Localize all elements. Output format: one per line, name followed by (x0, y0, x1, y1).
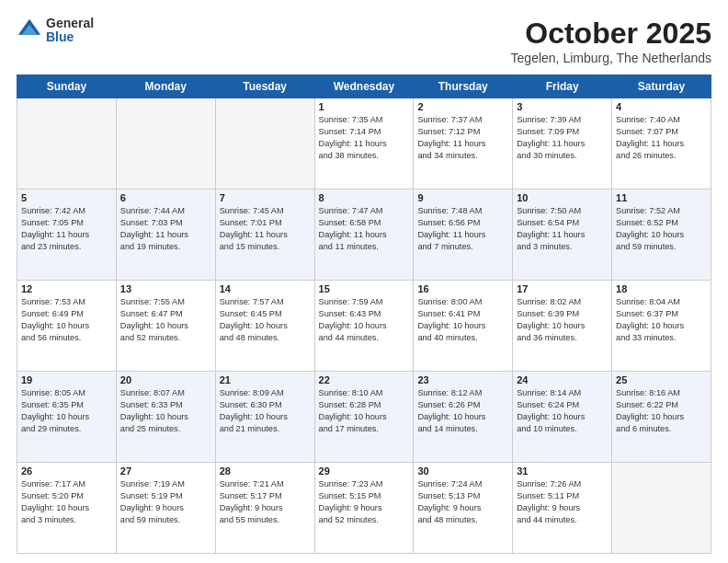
day-number: 11 (616, 192, 707, 203)
cell-w5-d5: 31Sunrise: 7:26 AMSunset: 5:11 PMDayligh… (513, 463, 612, 554)
day-number: 20 (120, 374, 211, 385)
day-number: 28 (220, 465, 311, 477)
day-info: Sunrise: 8:07 AMSunset: 6:33 PMDaylight:… (120, 387, 211, 435)
cell-w4-d6: 25Sunrise: 8:16 AMSunset: 6:22 PMDayligh… (612, 372, 711, 463)
day-info: Sunrise: 7:26 AMSunset: 5:11 PMDaylight:… (517, 478, 608, 526)
cell-w1-d2 (215, 98, 314, 190)
day-info: Sunrise: 7:21 AMSunset: 5:17 PMDaylight:… (220, 478, 311, 526)
day-number: 27 (120, 465, 211, 477)
calendar-table: Sunday Monday Tuesday Wednesday Thursday… (17, 75, 711, 554)
day-info: Sunrise: 7:19 AMSunset: 5:19 PMDaylight:… (120, 478, 211, 526)
day-info: Sunrise: 7:40 AMSunset: 7:07 PMDaylight:… (616, 114, 707, 162)
day-info: Sunrise: 7:57 AMSunset: 6:45 PMDaylight:… (220, 296, 311, 344)
page: General Blue October 2025 Tegelen, Limbu… (0, 0, 728, 563)
week-row-4: 19Sunrise: 8:05 AMSunset: 6:35 PMDayligh… (17, 372, 711, 463)
cell-w4-d4: 23Sunrise: 8:12 AMSunset: 6:26 PMDayligh… (414, 372, 513, 463)
cell-w3-d2: 14Sunrise: 7:57 AMSunset: 6:45 PMDayligh… (215, 281, 314, 372)
day-number: 30 (417, 465, 508, 477)
cell-w5-d1: 27Sunrise: 7:19 AMSunset: 5:19 PMDayligh… (116, 463, 215, 554)
week-row-1: 1Sunrise: 7:35 AMSunset: 7:14 PMDaylight… (17, 98, 711, 190)
day-number: 25 (616, 374, 707, 385)
day-number: 6 (120, 192, 211, 203)
day-number: 8 (319, 192, 410, 203)
day-number: 23 (417, 374, 508, 385)
calendar-body: 1Sunrise: 7:35 AMSunset: 7:14 PMDaylight… (17, 98, 711, 554)
day-number: 1 (319, 101, 410, 112)
cell-w3-d4: 16Sunrise: 8:00 AMSunset: 6:41 PMDayligh… (414, 281, 513, 372)
day-info: Sunrise: 7:44 AMSunset: 7:03 PMDaylight:… (120, 205, 211, 253)
cell-w4-d5: 24Sunrise: 8:14 AMSunset: 6:24 PMDayligh… (513, 372, 612, 463)
cell-w2-d5: 10Sunrise: 7:50 AMSunset: 6:54 PMDayligh… (513, 190, 612, 281)
day-info: Sunrise: 7:23 AMSunset: 5:15 PMDaylight:… (319, 478, 410, 526)
cell-w1-d0 (17, 98, 117, 190)
day-number: 12 (21, 283, 112, 294)
cell-w5-d3: 29Sunrise: 7:23 AMSunset: 5:15 PMDayligh… (314, 463, 414, 554)
day-number: 26 (21, 465, 112, 477)
day-info: Sunrise: 7:42 AMSunset: 7:05 PMDaylight:… (21, 205, 112, 253)
col-thursday: Thursday (414, 75, 513, 98)
logo-blue: Blue (46, 30, 94, 44)
day-info: Sunrise: 7:17 AMSunset: 5:20 PMDaylight:… (21, 478, 112, 526)
cell-w1-d6: 4Sunrise: 7:40 AMSunset: 7:07 PMDaylight… (612, 98, 711, 190)
title-block: October 2025 Tegelen, Limburg, The Nethe… (511, 17, 711, 65)
day-info: Sunrise: 7:39 AMSunset: 7:09 PMDaylight:… (517, 114, 608, 162)
week-row-3: 12Sunrise: 7:53 AMSunset: 6:49 PMDayligh… (17, 281, 711, 372)
cell-w2-d2: 7Sunrise: 7:45 AMSunset: 7:01 PMDaylight… (215, 190, 314, 281)
day-number: 14 (220, 283, 311, 294)
day-info: Sunrise: 7:37 AMSunset: 7:12 PMDaylight:… (417, 114, 508, 162)
header: General Blue October 2025 Tegelen, Limbu… (17, 17, 711, 65)
day-number: 3 (517, 101, 608, 112)
day-info: Sunrise: 8:09 AMSunset: 6:30 PMDaylight:… (220, 387, 311, 435)
cell-w1-d3: 1Sunrise: 7:35 AMSunset: 7:14 PMDaylight… (314, 98, 414, 190)
logo: General Blue (17, 17, 94, 45)
col-tuesday: Tuesday (215, 75, 314, 98)
col-sunday: Sunday (17, 75, 117, 98)
cell-w3-d0: 12Sunrise: 7:53 AMSunset: 6:49 PMDayligh… (17, 281, 117, 372)
cell-w1-d1 (116, 98, 215, 190)
cell-w4-d1: 20Sunrise: 8:07 AMSunset: 6:33 PMDayligh… (116, 372, 215, 463)
header-row: Sunday Monday Tuesday Wednesday Thursday… (17, 75, 711, 98)
cell-w2-d0: 5Sunrise: 7:42 AMSunset: 7:05 PMDaylight… (17, 190, 117, 281)
day-number: 4 (616, 101, 707, 112)
day-number: 21 (220, 374, 311, 385)
day-number: 17 (517, 283, 608, 294)
day-info: Sunrise: 8:00 AMSunset: 6:41 PMDaylight:… (417, 296, 508, 344)
subtitle: Tegelen, Limburg, The Netherlands (511, 51, 711, 65)
day-number: 18 (616, 283, 707, 294)
logo-text: General Blue (46, 17, 94, 45)
cell-w5-d2: 28Sunrise: 7:21 AMSunset: 5:17 PMDayligh… (215, 463, 314, 554)
day-info: Sunrise: 7:45 AMSunset: 7:01 PMDaylight:… (220, 205, 311, 253)
week-row-2: 5Sunrise: 7:42 AMSunset: 7:05 PMDaylight… (17, 190, 711, 281)
cell-w5-d4: 30Sunrise: 7:24 AMSunset: 5:13 PMDayligh… (414, 463, 513, 554)
day-info: Sunrise: 8:16 AMSunset: 6:22 PMDaylight:… (616, 387, 707, 435)
day-info: Sunrise: 7:52 AMSunset: 6:52 PMDaylight:… (616, 205, 707, 253)
cell-w2-d6: 11Sunrise: 7:52 AMSunset: 6:52 PMDayligh… (612, 190, 711, 281)
day-info: Sunrise: 8:10 AMSunset: 6:28 PMDaylight:… (319, 387, 410, 435)
main-title: October 2025 (511, 17, 711, 51)
day-info: Sunrise: 7:59 AMSunset: 6:43 PMDaylight:… (319, 296, 410, 344)
day-info: Sunrise: 8:12 AMSunset: 6:26 PMDaylight:… (417, 387, 508, 435)
day-info: Sunrise: 7:24 AMSunset: 5:13 PMDaylight:… (417, 478, 508, 526)
day-number: 22 (319, 374, 410, 385)
day-info: Sunrise: 8:14 AMSunset: 6:24 PMDaylight:… (517, 387, 608, 435)
cell-w1-d5: 3Sunrise: 7:39 AMSunset: 7:09 PMDaylight… (513, 98, 612, 190)
day-info: Sunrise: 7:50 AMSunset: 6:54 PMDaylight:… (517, 205, 608, 253)
cell-w4-d0: 19Sunrise: 8:05 AMSunset: 6:35 PMDayligh… (17, 372, 117, 463)
col-friday: Friday (513, 75, 612, 98)
day-number: 24 (517, 374, 608, 385)
cell-w2-d3: 8Sunrise: 7:47 AMSunset: 6:58 PMDaylight… (314, 190, 414, 281)
week-row-5: 26Sunrise: 7:17 AMSunset: 5:20 PMDayligh… (17, 463, 711, 554)
logo-icon (17, 17, 42, 43)
day-info: Sunrise: 7:53 AMSunset: 6:49 PMDaylight:… (21, 296, 112, 344)
day-number: 7 (220, 192, 311, 203)
cell-w4-d2: 21Sunrise: 8:09 AMSunset: 6:30 PMDayligh… (215, 372, 314, 463)
day-info: Sunrise: 7:55 AMSunset: 6:47 PMDaylight:… (120, 296, 211, 344)
day-number: 19 (21, 374, 112, 385)
day-info: Sunrise: 8:02 AMSunset: 6:39 PMDaylight:… (517, 296, 608, 344)
day-info: Sunrise: 7:48 AMSunset: 6:56 PMDaylight:… (417, 205, 508, 253)
cell-w2-d4: 9Sunrise: 7:48 AMSunset: 6:56 PMDaylight… (414, 190, 513, 281)
calendar-header: Sunday Monday Tuesday Wednesday Thursday… (17, 75, 711, 98)
cell-w3-d3: 15Sunrise: 7:59 AMSunset: 6:43 PMDayligh… (314, 281, 414, 372)
day-number: 10 (517, 192, 608, 203)
day-info: Sunrise: 7:35 AMSunset: 7:14 PMDaylight:… (319, 114, 410, 162)
